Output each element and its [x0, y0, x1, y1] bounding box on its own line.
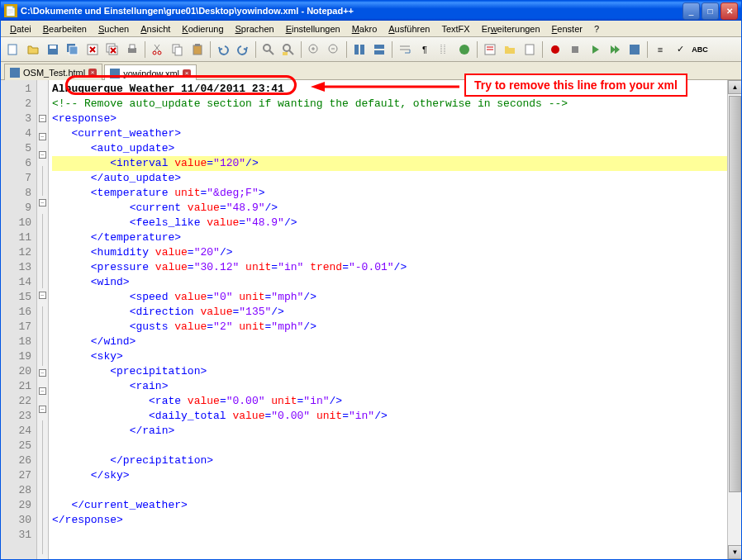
find-button[interactable] [259, 40, 278, 59]
function-list-button[interactable] [481, 40, 499, 59]
plugin-a-button[interactable]: ≡ [651, 40, 669, 59]
scroll-up-button[interactable]: ▲ [728, 80, 742, 94]
tab-close-button[interactable]: × [88, 69, 97, 77]
code-line[interactable]: <pressure value="30.12" unit="in" trend=… [52, 260, 738, 275]
menu-item-bearbeiten[interactable]: Bearbeiten [37, 22, 93, 35]
code-line[interactable]: </wind> [52, 335, 738, 349]
close-file-button[interactable] [83, 40, 102, 59]
wordwrap-button[interactable] [396, 40, 414, 59]
undo-button[interactable] [214, 40, 232, 59]
fold-toggle[interactable]: − [39, 115, 46, 122]
code-line[interactable]: <humidity value="20"/> [52, 245, 738, 260]
fold-toggle[interactable]: − [39, 369, 46, 377]
plugin-c-button[interactable]: ABC [691, 40, 709, 59]
paste-button[interactable] [188, 40, 207, 59]
minimize-button[interactable]: _ [683, 2, 700, 20]
close-all-button[interactable] [103, 40, 121, 59]
tab-close-button[interactable]: × [183, 69, 191, 78]
code-line[interactable]: <auto_update> [52, 141, 738, 156]
scroll-down-button[interactable]: ▼ [728, 545, 742, 559]
replace-button[interactable] [279, 40, 297, 59]
redo-button[interactable] [234, 40, 252, 59]
macro-play-button[interactable] [586, 40, 604, 59]
fold-line [42, 306, 43, 321]
menu-item-textfx[interactable]: TextFX [435, 22, 475, 35]
scroll-thumb[interactable] [729, 96, 741, 492]
cut-button[interactable] [149, 40, 167, 59]
code-line[interactable]: <current value="48.9"/> [52, 201, 738, 216]
close-button[interactable]: ✕ [721, 2, 738, 20]
zoom-out-button[interactable] [325, 40, 343, 59]
titlebar[interactable]: 📄 C:\Dokumente und Einstellungen\grue01\… [1, 1, 741, 21]
doc-map-button[interactable] [521, 40, 539, 59]
code-line[interactable]: <rate value="0.00" unit="in"/> [52, 394, 738, 409]
code-line[interactable]: <speed value="0" unit="mph"/> [52, 290, 738, 305]
menu-item-fenster[interactable]: Fenster [546, 22, 588, 35]
code-line[interactable] [52, 439, 738, 453]
lang-button[interactable] [455, 40, 473, 59]
code-line[interactable]: <direction value="135"/> [52, 305, 738, 320]
menu-item-makro[interactable]: Makro [346, 22, 383, 35]
fold-toggle[interactable]: − [39, 199, 46, 206]
menu-item-kodierung[interactable]: Kodierung [176, 22, 229, 35]
print-button[interactable] [123, 40, 141, 59]
code-line[interactable]: </precipitation> [52, 453, 738, 468]
code-line[interactable]: </auto_update> [52, 171, 738, 186]
indent-guide-button[interactable] [435, 40, 454, 59]
tab-yowindow-xml[interactable]: yowindow.xml× [104, 64, 197, 81]
folder-view-button[interactable] [501, 40, 519, 59]
menu-item-ansicht[interactable]: Ansicht [135, 22, 176, 35]
macro-stop-button[interactable] [566, 40, 584, 59]
menu-item-?[interactable]: ? [588, 22, 605, 35]
fold-toggle[interactable]: − [39, 406, 46, 413]
code-line[interactable]: <gusts value="2" unit="mph"/> [52, 320, 738, 335]
code-line[interactable]: <precipitation> [52, 364, 738, 379]
code-line[interactable]: <daily_total value="0.00" unit="in"/> [52, 409, 738, 424]
sync-h-button[interactable] [370, 40, 388, 59]
code-line[interactable]: </sky> [52, 468, 738, 483]
plugin-b-button[interactable]: ✓ [671, 40, 689, 59]
fold-toggle[interactable]: − [39, 133, 46, 140]
macro-record-button[interactable] [546, 40, 564, 59]
new-file-button[interactable] [4, 40, 22, 59]
code-line[interactable]: <rain> [52, 379, 738, 394]
tab-osm_test-html[interactable]: OSM_Test.html× [4, 64, 102, 80]
fold-toggle[interactable]: − [39, 387, 46, 395]
fold-toggle[interactable]: − [39, 292, 46, 299]
code-line[interactable]: <response> [52, 112, 738, 126]
code-line[interactable]: <interval value="120"/> [52, 156, 738, 171]
copy-button[interactable] [169, 40, 187, 59]
code-line[interactable]: <wind> [52, 275, 738, 290]
sync-v-button[interactable] [350, 40, 369, 59]
code-line[interactable]: </temperature> [52, 230, 738, 245]
show-all-chars-button[interactable]: ¶ [416, 40, 434, 59]
svg-rect-20 [193, 45, 202, 55]
code-line[interactable]: <sky> [52, 349, 738, 364]
fold-line [42, 510, 43, 524]
code-line[interactable]: </current_weather> [52, 498, 738, 513]
code-line[interactable]: <!-- Remove auto_update section if wanti… [52, 97, 738, 112]
code-line[interactable] [52, 528, 738, 543]
menu-item-suchen[interactable]: Suchen [93, 22, 135, 35]
zoom-in-button[interactable] [305, 40, 323, 59]
menu-item-einstellungen[interactable]: Einstellungen [280, 22, 346, 35]
macro-save-button[interactable] [625, 40, 644, 59]
fold-toggle[interactable]: − [39, 151, 46, 159]
code-line[interactable]: <temperature unit="&deg;F"> [52, 186, 738, 201]
menu-item-sprachen[interactable]: Sprachen [230, 22, 280, 35]
code-line[interactable] [52, 483, 738, 498]
code-line[interactable]: <feels_like value="48.9"/> [52, 216, 738, 230]
save-all-button[interactable] [64, 40, 82, 59]
vertical-scrollbar[interactable]: ▲ ▼ [727, 80, 741, 559]
menu-item-ausführen[interactable]: Ausführen [383, 22, 435, 35]
menu-item-datei[interactable]: Datei [4, 22, 37, 35]
code-line[interactable]: </response> [52, 513, 738, 528]
code-area[interactable]: Albuquerque Weather 11/04/2011 23:41<!--… [49, 80, 741, 559]
macro-play-multi-button[interactable] [606, 40, 624, 59]
maximize-button[interactable]: □ [702, 2, 719, 20]
open-file-button[interactable] [24, 40, 42, 59]
menu-item-erweiterungen[interactable]: Erweiterungen [476, 22, 546, 35]
save-button[interactable] [44, 40, 62, 59]
code-line[interactable]: <current_weather> [52, 126, 738, 141]
code-line[interactable]: </rain> [52, 424, 738, 439]
